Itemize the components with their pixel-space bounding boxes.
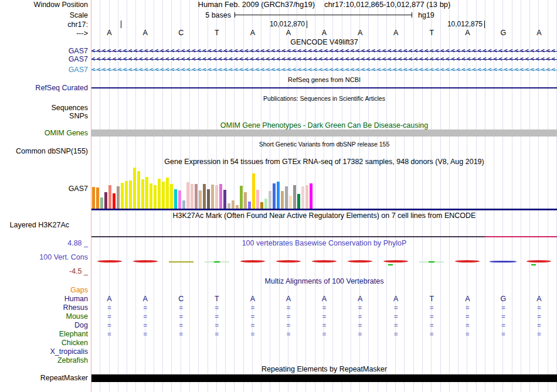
gtex-tissue-bar[interactable] [248,202,251,209]
gtex-tissue-bar[interactable] [117,186,120,209]
track-header-gtex[interactable]: Gene Expression in 54 tissues from GTEx … [91,158,557,166]
gtex-tissue-bar[interactable] [125,181,128,209]
conservation-dash[interactable] [531,264,536,265]
track-label-vert-cons[interactable]: 100 Vert. Cons [0,253,88,261]
transcript-strand-arrows[interactable]: <<<<<<<<<<<<<<<<<<<<<<<<<<<<<<<<<<<<<<<<… [91,47,557,54]
gene-label-gas7[interactable]: GAS7 [0,66,88,74]
track-label-common-dbsnp[interactable]: Common dbSNP(155) [0,147,88,155]
track-label-layered-h3k27ac[interactable]: Layered H3K27Ac [0,221,69,229]
gtex-tissue-bar[interactable] [133,168,136,209]
track-label-gtex-gene[interactable]: GAS7 [0,185,88,193]
gtex-tissue-bar[interactable] [240,186,243,209]
gtex-tissue-bar[interactable] [191,184,193,209]
gtex-tissue-bar[interactable] [273,183,276,209]
species-label-x_tropicalis[interactable]: X_tropicalis [0,347,88,356]
track-header-repeatmasker[interactable]: Repeating Elements by RepeatMasker [91,366,557,373]
conservation-segment[interactable] [133,260,158,263]
gtex-tissue-bar[interactable] [301,186,304,209]
track-header-phylop[interactable]: 100 vertebrates Basewise Conservation by… [91,240,557,247]
conservation-segment[interactable] [276,260,301,263]
gtex-tissue-bar[interactable] [104,192,107,209]
gtex-tissue-bar[interactable] [244,192,247,209]
track-label-sequences[interactable]: Sequences [0,104,88,112]
track-label-refseq-curated[interactable]: RefSeq Curated [0,84,88,92]
gtex-tissue-bar[interactable] [162,182,165,209]
gtex-tissue-bar[interactable] [96,188,99,209]
track-label-omim-genes[interactable]: OMIM Genes [0,129,88,137]
gtex-tissue-bar[interactable] [260,202,263,209]
gtex-tissue-bar[interactable] [150,183,152,209]
species-label-gaps[interactable]: Gaps [0,286,88,294]
gtex-tissue-bar[interactable] [297,194,300,209]
gtex-tissue-bar[interactable] [100,197,103,209]
gtex-tissue-bar[interactable] [92,187,95,209]
track-header-publications[interactable]: Publications: Sequences in Scientific Ar… [91,95,557,103]
gene-label-gas7[interactable]: GAS7 [0,47,88,55]
gtex-tissue-bar[interactable] [211,185,214,209]
track-header-dbsnp[interactable]: Short Genetic Variants from dbSNP releas… [91,141,557,148]
h3k27ac-signal-dark[interactable] [91,236,485,237]
gene-label-gas7[interactable]: GAS7 [0,55,88,63]
gtex-tissue-bar[interactable] [223,190,226,209]
gtex-tissue-bar[interactable] [195,184,198,209]
gtex-tissue-bar[interactable] [145,177,148,209]
species-label-human[interactable]: Human [0,295,88,303]
gtex-tissue-bar[interactable] [158,179,161,209]
refseq-curated-gene-bar[interactable] [91,87,557,88]
conservation-segment[interactable] [455,260,480,263]
conservation-segment[interactable] [348,260,372,263]
gtex-tissue-bar[interactable] [137,171,140,209]
gtex-tissue-bar[interactable] [154,185,157,209]
gtex-tissue-bar[interactable] [227,203,230,209]
gtex-tissue-bar[interactable] [174,189,177,209]
gtex-tissue-bar[interactable] [178,190,181,209]
gtex-tissue-bar[interactable] [215,185,218,209]
gtex-tissue-bar[interactable] [113,193,116,209]
gtex-tissue-bar[interactable] [277,182,280,209]
gtex-tissue-bar[interactable] [186,182,189,209]
gtex-tissue-bar[interactable] [236,205,239,209]
gtex-tissue-bar[interactable] [203,184,206,209]
species-label-mouse[interactable]: Mouse [0,312,88,321]
h3k27ac-signal-crimson[interactable] [485,236,557,237]
track-header-refseq[interactable]: RefSeq genes from NCBI [91,76,557,84]
conservation-dash[interactable] [214,261,220,263]
gtex-expression-chart[interactable] [91,166,557,209]
track-header-omim[interactable]: OMIM Gene Phenotypes - Dark Green Can Be… [91,122,557,129]
repeatmasker-element-bar[interactable] [91,374,557,382]
gtex-tissue-bar[interactable] [219,184,222,209]
gtex-tissue-bar[interactable] [289,196,292,209]
species-label-zebrafish[interactable]: Zebrafish [0,356,88,364]
species-label-dog[interactable]: Dog [0,321,88,329]
conservation-segment[interactable] [312,260,337,263]
gtex-tissue-bar[interactable] [252,173,255,209]
track-header-h3k27ac[interactable]: H3K27Ac Mark (Often Found Near Active Re… [91,212,557,220]
conservation-segment[interactable] [383,260,408,263]
track-header-gencode[interactable]: GENCODE V49lift37 [91,39,557,46]
gtex-tissue-bar[interactable] [121,183,124,209]
gtex-tissue-bar[interactable] [199,190,202,209]
gtex-tissue-bar[interactable] [264,199,267,209]
gtex-tissue-bar[interactable] [293,185,296,209]
transcript-strand-arrows[interactable]: <<<<<<<<<<<<<<<<<<<<<<<<<<<<<<<<<<<<<<<<… [91,66,557,73]
gtex-tissue-bar[interactable] [207,189,210,209]
conservation-segment[interactable] [490,261,517,263]
species-label-chicken[interactable]: Chicken [0,339,88,347]
gtex-tissue-bar[interactable] [232,200,235,209]
conservation-dash[interactable] [388,264,393,265]
gtex-tissue-bar[interactable] [108,185,111,209]
gtex-tissue-bar[interactable] [170,184,173,209]
gtex-tissue-bar[interactable] [141,179,144,209]
gtex-tissue-bar[interactable] [310,183,313,209]
conservation-segment[interactable] [169,261,193,263]
species-label-elephant[interactable]: Elephant [0,330,88,338]
gtex-tissue-bar[interactable] [256,190,259,209]
track-label-snps[interactable]: SNPs [0,112,88,120]
conservation-segment[interactable] [97,260,122,263]
gtex-tissue-bar[interactable] [269,191,271,209]
conservation-segment[interactable] [240,260,265,263]
track-header-multiz[interactable]: Multiz Alignments of 100 Vertebrates [91,278,557,285]
gtex-tissue-bar[interactable] [285,186,288,209]
gtex-tissue-bar[interactable] [166,178,169,209]
gtex-baseline[interactable] [91,209,557,210]
